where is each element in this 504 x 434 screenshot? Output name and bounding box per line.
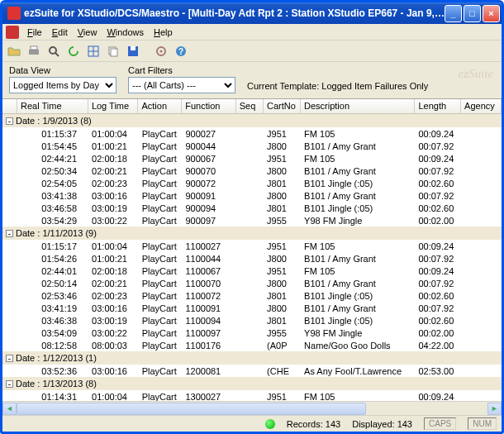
child-window-icon[interactable]	[6, 26, 19, 39]
svg-text:?: ?	[178, 47, 183, 56]
close-button[interactable]: ×	[483, 5, 500, 22]
table-row[interactable]: 01:15:3701:00:04PlayCart900027J951FM 105…	[2, 127, 502, 140]
table-row[interactable]: 08:12:5808:00:03PlayCart1100176(A0PName/…	[2, 339, 502, 351]
h-scrollbar[interactable]: ◄ ►	[2, 401, 502, 415]
svg-rect-8	[111, 49, 117, 56]
svg-rect-10	[131, 46, 136, 50]
menubar: FileEditViewWindowsHelp	[2, 24, 502, 41]
grid-body[interactable]: -Date : 1/9/2013 (8)01:15:3701:00:04Play…	[2, 114, 502, 401]
collapse-icon[interactable]: -	[6, 230, 13, 237]
table-row[interactable]: 01:15:1701:00:04PlayCart1100027J951FM 10…	[2, 240, 502, 252]
menu-item[interactable]: Windows	[102, 26, 149, 39]
table-row[interactable]: 02:53:4602:00:23PlayCart1100072J801B101 …	[2, 289, 502, 302]
group-row[interactable]: -Date : 1/9/2013 (8)	[2, 114, 502, 127]
watermark: ezSuite	[459, 67, 494, 81]
column-header[interactable]: Length	[415, 99, 461, 113]
cartfilter-select[interactable]: --- (All Carts) ---	[128, 77, 235, 93]
column-header[interactable]: Description	[301, 99, 415, 113]
table-row[interactable]: 03:54:2903:00:22PlayCart900097J955Y98 FM…	[2, 214, 502, 227]
column-header[interactable]: CartNo	[264, 99, 301, 113]
displayed-value: 143	[397, 419, 412, 429]
menu-item[interactable]: Help	[149, 26, 178, 39]
maximize-button[interactable]: □	[464, 5, 481, 22]
settings-icon[interactable]	[153, 43, 169, 60]
num-indicator: NUM	[468, 417, 497, 430]
data-grid: Real TimeLog TimeActionFunctionSeqCartNo…	[2, 98, 502, 415]
table-row[interactable]: 02:54:0502:00:23PlayCart900072J801B101 J…	[2, 177, 502, 189]
records-value: 143	[326, 419, 340, 429]
column-header[interactable]: Seq	[236, 99, 264, 113]
scroll-thumb[interactable]	[17, 403, 366, 415]
template-label: Current Template: Logged Item Failures O…	[247, 81, 428, 93]
table-row[interactable]: 02:44:0102:00:18PlayCart1100067J951FM 10…	[2, 265, 502, 277]
collapse-icon[interactable]: -	[6, 355, 13, 362]
menu-item[interactable]: View	[73, 26, 102, 39]
svg-rect-1	[31, 46, 37, 50]
scroll-right-icon[interactable]: ►	[487, 403, 502, 415]
app-icon	[7, 7, 21, 20]
column-header[interactable]: Agency	[461, 99, 502, 113]
table-row[interactable]: 03:41:1903:00:16PlayCart1100091J800B101 …	[2, 302, 502, 314]
group-row[interactable]: -Date : 1/11/2013 (9)	[2, 227, 502, 240]
table-row[interactable]: 03:46:5803:00:19PlayCart900094J801B101 J…	[2, 202, 502, 214]
group-row[interactable]: -Date : 1/12/2013 (1)	[2, 351, 502, 365]
refresh-icon[interactable]	[65, 43, 82, 60]
collapse-icon[interactable]: -	[6, 117, 13, 125]
table-row[interactable]: 01:54:2601:00:21PlayCart1100044J800B101 …	[2, 252, 502, 265]
column-header[interactable]: Function	[182, 99, 235, 113]
copy-icon[interactable]	[105, 43, 121, 60]
minimize-button[interactable]: _	[445, 5, 462, 22]
svg-point-2	[50, 47, 56, 54]
menu-item[interactable]: Edit	[47, 26, 73, 39]
window-title: ezSuite for XStudio/DCS/Maestro - [Multi…	[24, 7, 445, 19]
filter-panel: Data View Logged Items by Day Cart Filte…	[2, 62, 502, 98]
dataview-label: Data View	[9, 65, 116, 75]
table-row[interactable]: 01:54:4501:00:21PlayCart900044J800B101 /…	[2, 140, 502, 152]
displayed-label: Displayed:	[352, 419, 394, 429]
table-row[interactable]: 03:52:3603:00:16PlayCart1200081(CHEAs An…	[2, 365, 502, 377]
statusbar: Records: 143 Displayed: 143 CAPS NUM	[2, 415, 502, 432]
open-icon[interactable]	[6, 43, 22, 60]
group-row[interactable]: -Date : 1/13/2013 (8)	[2, 377, 502, 390]
column-header[interactable]: Real Time	[17, 99, 88, 113]
svg-rect-0	[29, 50, 39, 55]
grid-icon[interactable]	[85, 43, 102, 60]
grid-header: Real TimeLog TimeActionFunctionSeqCartNo…	[2, 99, 502, 114]
table-row[interactable]: 02:50:3402:00:21PlayCart900070J800B101 /…	[2, 165, 502, 177]
table-row[interactable]: 03:46:3803:00:19PlayCart1100094J801B101 …	[2, 314, 502, 327]
svg-line-3	[55, 53, 59, 56]
menu-item[interactable]: File	[22, 26, 47, 39]
table-row[interactable]: 01:14:3101:00:04PlayCart1300027J951FM 10…	[2, 390, 502, 401]
svg-point-12	[160, 50, 163, 52]
scroll-left-icon[interactable]: ◄	[2, 403, 17, 415]
help-icon[interactable]: ?	[173, 43, 189, 60]
column-header[interactable]: Log Time	[88, 99, 139, 113]
titlebar: ezSuite for XStudio/DCS/Maestro - [Multi…	[2, 2, 502, 24]
caps-indicator: CAPS	[424, 417, 456, 430]
save-icon[interactable]	[125, 43, 141, 60]
cartfilter-label: Cart Filters	[128, 65, 235, 75]
status-led-icon	[265, 419, 275, 429]
table-row[interactable]: 03:54:0903:00:22PlayCart1100097J955Y98 F…	[2, 327, 502, 339]
table-row[interactable]: 03:41:3803:00:16PlayCart900091J800B101 /…	[2, 189, 502, 202]
table-row[interactable]: 02:44:2102:00:18PlayCart900067J951FM 105…	[2, 152, 502, 165]
preview-icon[interactable]	[45, 43, 62, 60]
toolbar: ?	[2, 41, 502, 62]
collapse-icon[interactable]: -	[6, 380, 13, 388]
print-icon[interactable]	[26, 43, 42, 60]
column-header[interactable]	[2, 99, 17, 113]
column-header[interactable]: Action	[138, 99, 182, 113]
table-row[interactable]: 02:50:1402:00:21PlayCart1100070J800B101 …	[2, 277, 502, 289]
dataview-select[interactable]: Logged Items by Day	[9, 77, 116, 93]
records-label: Records:	[287, 419, 323, 429]
app-window: ezSuite for XStudio/DCS/Maestro - [Multi…	[0, 0, 504, 434]
